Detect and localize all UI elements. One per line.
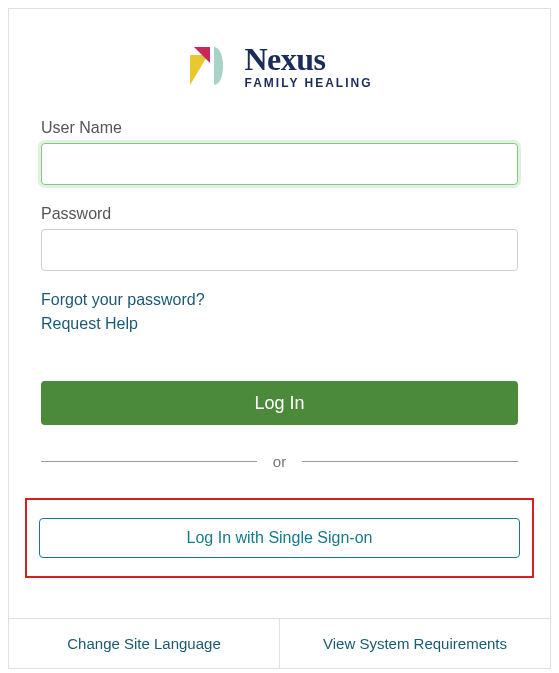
username-input[interactable]	[41, 143, 518, 185]
divider-line-left	[41, 461, 257, 462]
sso-login-button[interactable]: Log In with Single Sign-on	[39, 518, 520, 558]
forgot-password-link[interactable]: Forgot your password?	[41, 291, 518, 309]
system-requirements-link[interactable]: View System Requirements	[279, 619, 550, 668]
help-links: Forgot your password? Request Help	[41, 291, 518, 333]
sso-highlight-box: Log In with Single Sign-on	[25, 498, 534, 578]
request-help-link[interactable]: Request Help	[41, 315, 518, 333]
footer: Change Site Language View System Require…	[9, 618, 550, 668]
divider-text: or	[273, 453, 286, 470]
login-card: Nexus FAMILY HEALING User Name Password …	[8, 8, 551, 669]
brand-name: Nexus	[244, 43, 372, 75]
brand-tagline: FAMILY HEALING	[244, 77, 372, 89]
login-button[interactable]: Log In	[41, 381, 518, 425]
username-label: User Name	[41, 119, 518, 137]
logo: Nexus FAMILY HEALING	[41, 41, 518, 91]
password-label: Password	[41, 205, 518, 223]
divider: or	[41, 453, 518, 470]
nexus-logo-icon	[186, 41, 236, 91]
change-language-link[interactable]: Change Site Language	[9, 619, 279, 668]
divider-line-right	[302, 461, 518, 462]
logo-wordmark: Nexus FAMILY HEALING	[244, 43, 372, 89]
password-input[interactable]	[41, 229, 518, 271]
